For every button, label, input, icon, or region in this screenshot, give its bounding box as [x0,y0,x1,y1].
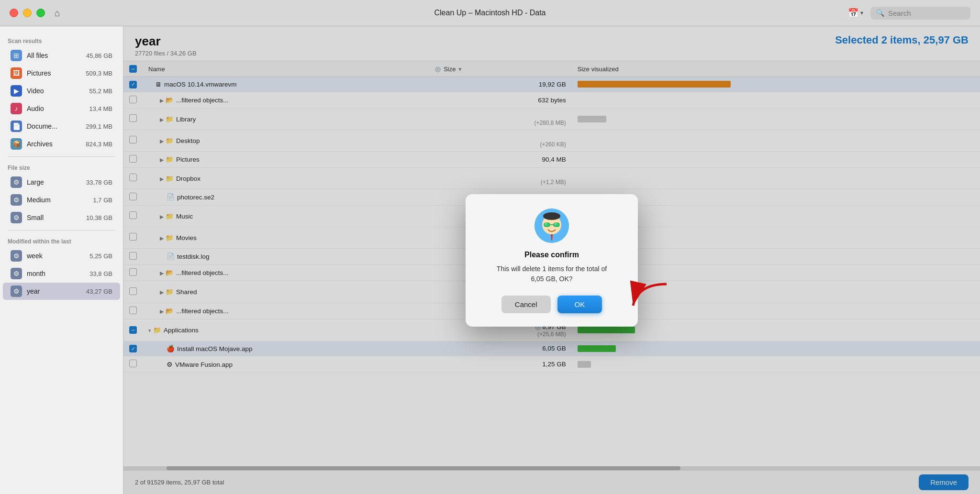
dialog-message: This will delete 1 items for the total o… [483,264,621,284]
documents-label: Docume... [27,122,81,130]
month-icon: ⚙ [11,268,22,279]
home-icon[interactable]: ⌂ [55,8,60,19]
week-label: week [27,252,85,260]
dialog-buttons: Cancel OK [483,296,621,313]
documents-size: 299,1 MB [86,123,112,130]
content-area: year 27720 files / 34,26 GB Selected 2 i… [123,26,980,494]
modified-label: Modified within the last [0,234,123,247]
large-size: 33,78 GB [86,179,112,186]
dialog-avatar [535,209,569,243]
audio-icon: ♪ [11,103,22,114]
divider-1 [8,156,115,157]
audio-size: 13,4 MB [89,105,112,112]
sidebar-item-large[interactable]: ⚙ Large 33,78 GB [3,174,120,191]
year-label: year [27,287,81,295]
dialog-overlay: Please confirm This will delete 1 items … [123,26,980,494]
sidebar: Scan results ⊞ All files 45,86 GB 🖼 Pict… [0,26,123,494]
svg-point-2 [543,212,560,220]
large-icon: ⚙ [11,176,22,188]
video-size: 55,2 MB [89,88,112,95]
month-size: 33,8 GB [89,270,112,277]
all-files-size: 45,86 GB [86,52,112,59]
dialog-title: Please confirm [483,251,621,259]
svg-point-6 [545,223,547,224]
documents-icon: 📄 [11,121,22,132]
video-icon: ▶ [11,85,22,97]
title-right-controls: 📅▾ 🔍 [848,7,970,20]
red-arrow-indicator [628,279,671,315]
video-label: Video [27,87,85,95]
archives-label: Archives [27,140,81,148]
pictures-icon: 🖼 [11,67,22,79]
confirm-dialog: Please confirm This will delete 1 items … [466,194,638,327]
red-arrow-svg [628,279,671,313]
svg-rect-3 [544,223,550,227]
title-bar: ⌂ Clean Up – Macintosh HD - Data 📅▾ 🔍 [0,0,980,26]
main-layout: Scan results ⊞ All files 45,86 GB 🖼 Pict… [0,26,980,494]
minimize-button[interactable] [23,9,32,17]
scan-results-label: Scan results [0,34,123,46]
sidebar-item-month[interactable]: ⚙ month 33,8 GB [3,265,120,282]
year-size: 43,27 GB [86,288,112,295]
file-size-label: File size [0,161,123,173]
sidebar-item-week[interactable]: ⚙ week 5,25 GB [3,247,120,264]
window-title: Clean Up – Macintosh HD - Data [434,9,546,17]
sidebar-item-small[interactable]: ⚙ Small 10,38 GB [3,209,120,226]
divider-2 [8,230,115,231]
small-label: Small [27,214,81,221]
close-button[interactable] [10,9,18,17]
svg-rect-4 [554,223,559,227]
pictures-label: Pictures [27,69,81,77]
archives-size: 824,3 MB [86,141,112,148]
medium-size: 1,7 GB [93,197,112,204]
sidebar-item-documents[interactable]: 📄 Docume... 299,1 MB [3,118,120,135]
medium-icon: ⚙ [11,194,22,206]
sidebar-item-medium[interactable]: ⚙ Medium 1,7 GB [3,191,120,209]
mascot-avatar-svg [535,209,569,243]
archives-icon: 📦 [11,138,22,150]
search-bar[interactable]: 🔍 [870,7,970,20]
year-icon: ⚙ [11,285,22,297]
traffic-lights [10,9,45,17]
all-files-icon: ⊞ [11,50,22,61]
search-icon: 🔍 [876,9,884,17]
cancel-button[interactable]: Cancel [501,296,551,313]
small-size: 10,38 GB [86,214,112,221]
all-files-label: All files [27,52,81,59]
sidebar-item-pictures[interactable]: 🖼 Pictures 509,3 MB [3,65,120,82]
month-label: month [27,270,85,277]
week-icon: ⚙ [11,250,22,262]
ok-button[interactable]: OK [557,296,602,313]
medium-label: Medium [27,196,89,204]
week-size: 5,25 GB [89,252,112,260]
sidebar-item-year[interactable]: ⚙ year 43,27 GB [3,283,120,300]
audio-label: Audio [27,105,85,112]
sidebar-item-audio[interactable]: ♪ Audio 13,4 MB [3,100,120,117]
sidebar-item-all-files[interactable]: ⊞ All files 45,86 GB [3,47,120,64]
sidebar-item-archives[interactable]: 📦 Archives 824,3 MB [3,135,120,153]
pictures-size: 509,3 MB [86,70,112,77]
maximize-button[interactable] [36,9,45,17]
svg-point-7 [555,223,557,224]
sidebar-item-video[interactable]: ▶ Video 55,2 MB [3,82,120,99]
calendar-icon[interactable]: 📅▾ [848,8,863,18]
large-label: Large [27,178,81,186]
small-icon: ⚙ [11,212,22,223]
search-input[interactable] [888,9,965,17]
